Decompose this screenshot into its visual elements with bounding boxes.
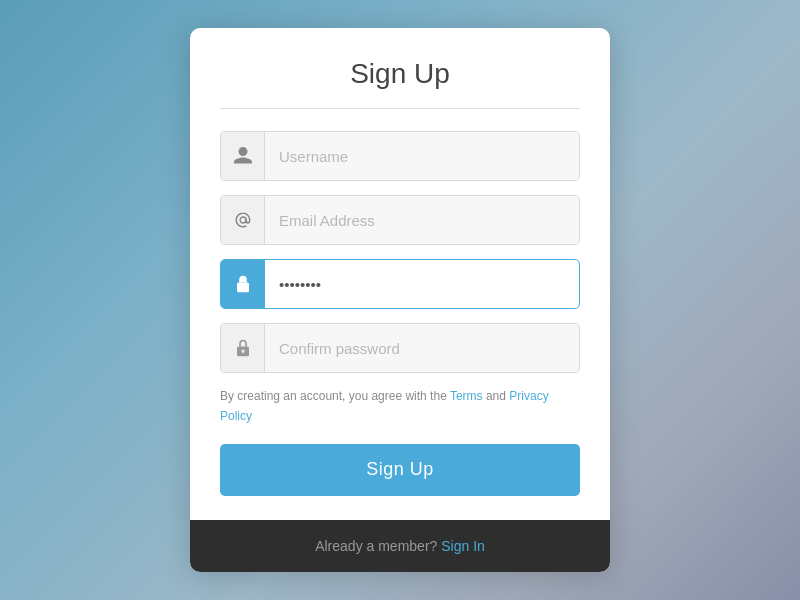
user-icon [221, 132, 265, 180]
username-input-group [220, 131, 580, 181]
email-input-group [220, 195, 580, 245]
card-body: Sign Up [190, 28, 610, 519]
terms-middle-text: and [483, 389, 510, 403]
terms-text: By creating an account, you agree with t… [220, 387, 580, 425]
email-input[interactable] [265, 196, 579, 244]
username-input[interactable] [265, 132, 579, 180]
at-icon [221, 196, 265, 244]
sign-in-link[interactable]: Sign In [441, 538, 485, 554]
svg-rect-5 [242, 351, 244, 353]
card-footer: Already a member? Sign In [190, 520, 610, 572]
signup-card: Sign Up [190, 28, 610, 571]
lock-icon [221, 260, 265, 308]
title-divider [220, 108, 580, 109]
signup-button[interactable]: Sign Up [220, 444, 580, 496]
confirm-password-input[interactable] [265, 324, 579, 372]
terms-before-text: By creating an account, you agree with t… [220, 389, 450, 403]
password-input-group [220, 259, 580, 309]
confirm-password-input-group [220, 323, 580, 373]
terms-link[interactable]: Terms [450, 389, 483, 403]
lock-confirm-icon [221, 324, 265, 372]
svg-rect-2 [242, 287, 244, 289]
page-title: Sign Up [220, 58, 580, 90]
password-input[interactable] [265, 260, 579, 308]
already-member-text: Already a member? [315, 538, 437, 554]
